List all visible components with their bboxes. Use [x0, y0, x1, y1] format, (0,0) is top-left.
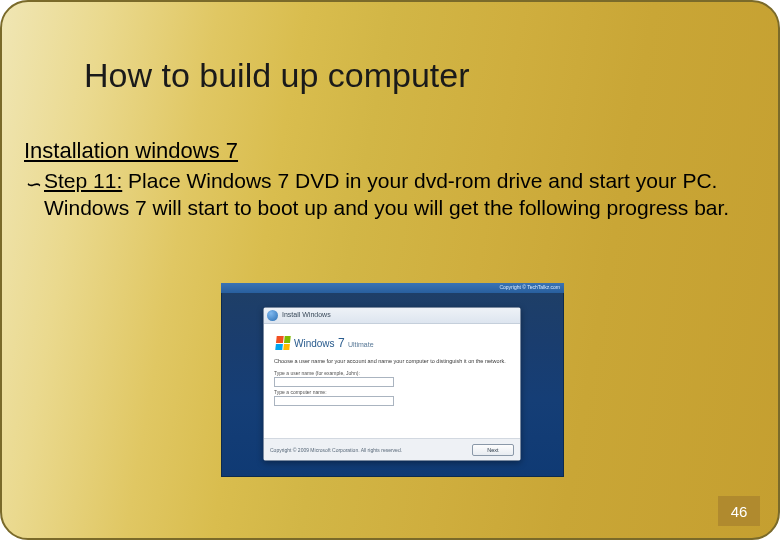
next-button[interactable]: Next: [472, 444, 514, 456]
step-paragraph: Step 11: Place Windows 7 DVD in your dvd…: [44, 168, 756, 222]
brand-edition: Ultimate: [348, 341, 374, 348]
slide-title: How to build up computer: [84, 56, 470, 95]
step-label: Step 11:: [44, 169, 122, 192]
slide: How to build up computer Installation wi…: [0, 0, 780, 540]
brand-word: Windows: [294, 338, 335, 349]
back-icon: [267, 310, 278, 321]
installer-title-text: Install Windows: [282, 311, 331, 318]
page-number-badge: 46: [718, 496, 760, 526]
installer-window: Install Windows Windows 7 Ultimate Choos…: [263, 307, 521, 461]
installer-brand: Windows 7 Ultimate: [294, 336, 374, 350]
installer-body: Windows 7 Ultimate Choose a user name fo…: [264, 324, 520, 413]
screenshot-credit: Copyright © TechTalkz.com: [221, 283, 564, 293]
step-text: Place Windows 7 DVD in your dvd-rom driv…: [44, 169, 729, 219]
installer-footer: Copyright © 2009 Microsoft Corporation. …: [264, 438, 520, 460]
installer-lead-text: Choose a user name for your account and …: [274, 358, 510, 364]
windows-flag-icon: [275, 336, 290, 350]
slide-subtitle: Installation windows 7: [24, 138, 238, 164]
computername-label: Type a computer name:: [274, 389, 510, 395]
installer-copyright: Copyright © 2009 Microsoft Corporation. …: [270, 447, 402, 453]
installer-titlebar: Install Windows: [264, 308, 520, 324]
embedded-screenshot: Copyright © TechTalkz.com Install Window…: [221, 283, 564, 477]
computername-field[interactable]: [274, 396, 394, 406]
username-field[interactable]: [274, 377, 394, 387]
username-label: Type a user name (for example, John):: [274, 370, 510, 376]
brand-num: 7: [335, 336, 348, 350]
bullet-icon: ∽: [24, 172, 38, 198]
installer-brand-row: Windows 7 Ultimate: [276, 336, 510, 350]
slide-body: ∽ Step 11: Place Windows 7 DVD in your d…: [24, 168, 756, 222]
